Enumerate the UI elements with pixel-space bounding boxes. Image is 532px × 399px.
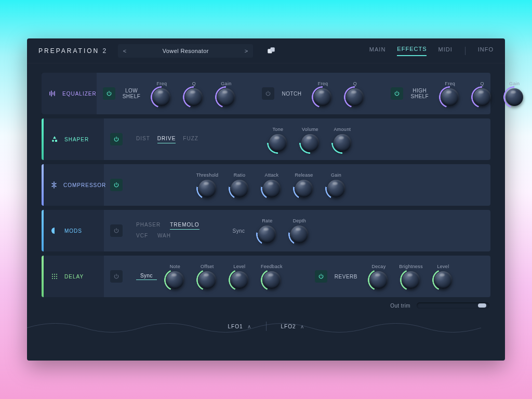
high-shelf-power-button[interactable]	[391, 87, 403, 100]
row-title: SHAPER	[64, 137, 89, 142]
row-title: MODS	[64, 228, 82, 234]
shaper-volume-knob[interactable]	[301, 134, 319, 152]
row-tag-delay[interactable]: DELAY	[44, 256, 104, 297]
lfo-footer: LFO1 ∧ LFO2 ∧	[27, 312, 505, 341]
preset-selector: < Vowel Resonator >	[118, 44, 253, 58]
svg-point-15	[52, 232, 53, 233]
svg-point-4	[272, 48, 273, 49]
high-shelf-label: HIGH SHELF	[407, 88, 432, 99]
row-shaper: SHAPER DIST DRIVE FUZZ Tone Volume Amoun…	[42, 118, 490, 160]
compressor-threshold-knob[interactable]	[198, 180, 216, 197]
brand-version: 2	[103, 47, 108, 55]
low-shelf-freq-knob[interactable]	[153, 88, 170, 106]
plugin-window: PREPARATION 2 < Vowel Resonator > MAIN E…	[27, 38, 505, 361]
shaper-mode-options: DIST DRIVE FUZZ	[136, 136, 198, 143]
mods-sync-toggle[interactable]: Sync	[229, 228, 249, 234]
svg-point-13	[52, 229, 53, 230]
low-shelf-power-button[interactable]	[103, 87, 115, 100]
reverb-power-button[interactable]	[315, 270, 327, 283]
shaper-mode-fuzz[interactable]: FUZZ	[183, 136, 198, 143]
svg-point-17	[54, 274, 55, 275]
delay-feedback-knob[interactable]	[263, 271, 281, 289]
mods-mode-vcf[interactable]: VCF	[136, 233, 148, 240]
high-shelf-q-knob[interactable]	[473, 88, 491, 106]
svg-rect-1	[271, 47, 275, 51]
reverb-label: REVERB	[331, 274, 361, 280]
delay-icon	[50, 272, 59, 281]
tab-midi[interactable]: MIDI	[438, 46, 452, 56]
shaper-power-button[interactable]	[110, 133, 123, 145]
notch-label: NOTCH	[278, 91, 304, 97]
out-trim-label: Out trim	[390, 303, 410, 309]
svg-point-11	[52, 140, 54, 142]
tab-effects[interactable]: EFFECTS	[397, 46, 427, 56]
svg-point-18	[56, 274, 57, 275]
svg-point-24	[56, 278, 57, 279]
reverb-level-knob[interactable]	[434, 271, 452, 289]
row-compressor: COMPRESSOR Threshold Ratio Attack Releas…	[42, 164, 490, 206]
high-shelf-gain-knob[interactable]	[506, 88, 523, 106]
mods-mode-tremolo[interactable]: TREMOLO	[170, 222, 199, 230]
row-tag-shaper[interactable]: SHAPER	[44, 118, 104, 160]
delay-power-button[interactable]	[110, 270, 123, 283]
mods-rate-knob[interactable]	[258, 225, 276, 243]
svg-rect-12	[55, 140, 57, 142]
tab-main[interactable]: MAIN	[369, 46, 386, 56]
svg-point-20	[54, 276, 55, 277]
topbar: PREPARATION 2 < Vowel Resonator > MAIN E…	[27, 38, 505, 63]
shaper-mode-drive[interactable]: DRIVE	[157, 136, 176, 143]
nav-tabs: MAIN EFFECTS MIDI INFO	[369, 46, 494, 56]
compressor-power-button[interactable]	[110, 179, 123, 191]
svg-point-23	[54, 278, 55, 279]
row-mods: MODS PHASER TREMOLO VCF WAH Sync	[42, 210, 490, 251]
low-shelf-label: LOW SHELF	[119, 88, 144, 99]
mods-mode-wah[interactable]: WAH	[157, 233, 171, 240]
out-trim-slider[interactable]	[417, 302, 489, 309]
compressor-ratio-knob[interactable]	[231, 180, 248, 197]
svg-marker-10	[53, 136, 56, 139]
delay-sync-toggle[interactable]: Sync	[136, 273, 157, 280]
reverb-decay-knob[interactable]	[370, 271, 388, 289]
shaper-icon	[50, 135, 59, 143]
delay-level-knob[interactable]	[231, 271, 248, 289]
notch-q-knob[interactable]	[346, 88, 364, 106]
mods-mode-phaser[interactable]: PHASER	[136, 222, 161, 230]
row-tag-equalizer[interactable]: EQUALIZER	[42, 73, 97, 114]
delay-offset-knob[interactable]	[198, 271, 216, 289]
lfo-wave-background	[27, 318, 481, 338]
svg-point-3	[270, 51, 271, 52]
slider-thumb[interactable]	[478, 303, 486, 308]
compressor-attack-knob[interactable]	[263, 180, 281, 197]
reverb-brightness-knob[interactable]	[402, 271, 420, 289]
compressor-gain-knob[interactable]	[327, 180, 345, 197]
low-shelf-gain-knob[interactable]	[217, 88, 235, 106]
svg-point-19	[52, 276, 53, 277]
low-shelf-q-knob[interactable]	[185, 88, 203, 106]
row-title: EQUALIZER	[62, 91, 97, 97]
delay-note-knob[interactable]	[166, 271, 184, 289]
preset-name[interactable]: Vowel Resonator	[131, 48, 240, 54]
shaper-tone-knob[interactable]	[269, 134, 287, 152]
shaper-amount-knob[interactable]	[334, 134, 351, 152]
preset-next-button[interactable]: >	[240, 48, 253, 54]
randomize-button[interactable]	[267, 46, 276, 56]
equalizer-icon	[48, 89, 57, 98]
notch-freq-knob[interactable]	[314, 88, 331, 106]
row-delay: DELAY Sync Note Offset Level Feedback RE…	[42, 256, 490, 297]
high-shelf-freq-knob[interactable]	[441, 88, 459, 106]
brand: PREPARATION 2	[38, 47, 108, 55]
notch-power-button[interactable]	[262, 87, 274, 100]
out-trim-row: Out trim	[27, 297, 505, 309]
compressor-release-knob[interactable]	[295, 180, 313, 197]
mods-icon	[50, 227, 59, 235]
svg-point-5	[273, 49, 274, 50]
mods-depth-knob[interactable]	[290, 225, 308, 243]
shaper-mode-dist[interactable]: DIST	[136, 136, 150, 143]
row-tag-mods[interactable]: MODS	[44, 210, 104, 251]
row-tag-compressor[interactable]: COMPRESSOR	[44, 164, 104, 206]
mods-power-button[interactable]	[110, 224, 123, 237]
tab-info[interactable]: INFO	[478, 46, 494, 56]
row-title: COMPRESSOR	[63, 182, 106, 188]
preset-prev-button[interactable]: <	[118, 48, 131, 54]
svg-point-22	[52, 278, 53, 279]
